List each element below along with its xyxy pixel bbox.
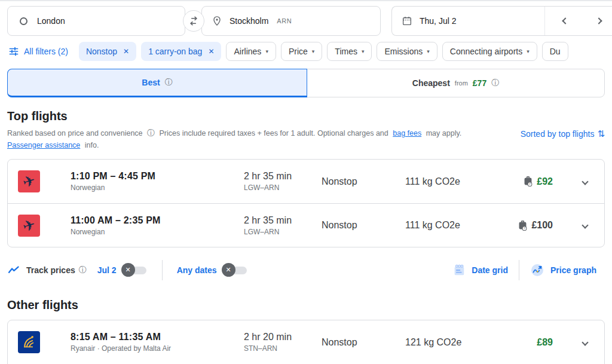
ryanair-harp-icon xyxy=(21,334,37,350)
filter-dropdown-duration-truncated[interactable]: Du xyxy=(542,42,568,61)
info-icon[interactable]: ⓘ xyxy=(79,265,87,276)
may-apply-note: may apply. xyxy=(426,129,462,137)
norwegian-airline-logo: ✈ xyxy=(18,170,40,192)
price-graph-button[interactable]: Price graph xyxy=(522,263,605,277)
next-date-button[interactable] xyxy=(586,7,612,35)
prices-note: Prices include required taxes + fees for… xyxy=(160,129,388,137)
result-tabs: Best ⓘ Cheapest from £77 ⓘ xyxy=(7,69,605,97)
tab-cheapest-label: Cheapest xyxy=(412,78,450,88)
filter-chip-nonstop[interactable]: Nonstop ✕ xyxy=(79,42,136,61)
flight-emissions: 111 kg CO2e xyxy=(405,220,516,231)
chevron-down-icon xyxy=(582,222,588,228)
flight-price-cell: ? £92 xyxy=(516,176,566,187)
sort-button[interactable]: Sorted by top flights ⇅ xyxy=(521,129,605,139)
flight-route: LGW–ARN xyxy=(244,183,322,192)
destination-value: Stockholm xyxy=(230,16,268,26)
plane-icon: ✈ xyxy=(21,216,38,234)
flight-row[interactable]: ✈ 1:10 PM – 4:45 PM Norwegian 2 hr 35 mi… xyxy=(8,160,604,203)
location-pin-icon xyxy=(212,16,222,26)
all-filters-button[interactable]: All filters (2) xyxy=(8,46,68,57)
chevron-down-icon xyxy=(582,178,588,185)
chevron-left-icon xyxy=(562,17,568,24)
caret-down-icon: ▾ xyxy=(427,48,430,54)
origin-circle-icon xyxy=(20,17,27,25)
norwegian-airline-logo: ✈ xyxy=(18,215,40,237)
filter-dropdown-times[interactable]: Times ▾ xyxy=(327,42,372,61)
destination-field[interactable]: Stockholm ARN xyxy=(201,6,381,36)
info-icon[interactable]: ⓘ xyxy=(147,129,155,137)
close-icon[interactable]: ✕ xyxy=(123,47,129,56)
flight-duration: 2 hr 35 min xyxy=(244,215,322,226)
flight-stops: Nonstop xyxy=(322,220,405,231)
chevron-down-icon xyxy=(582,339,588,345)
other-flights-header: Other flights xyxy=(7,298,605,312)
chip-label: Du xyxy=(550,47,561,56)
baggage-fee-icon[interactable]: ? xyxy=(518,220,528,231)
flight-times-cell: 8:15 AM – 11:35 AM Ryanair · Operated by… xyxy=(71,332,244,353)
track-date-toggle-label[interactable]: Jul 2 xyxy=(97,265,117,275)
page-top-divider xyxy=(0,0,612,1)
expand-flight-button[interactable] xyxy=(566,223,604,228)
price-trend-icon xyxy=(7,264,20,276)
flight-row[interactable]: 8:15 AM – 11:35 AM Ryanair · Operated by… xyxy=(8,320,604,364)
swap-origin-destination-button[interactable] xyxy=(183,10,204,32)
flight-price: £89 xyxy=(537,337,553,348)
filter-dropdown-airlines[interactable]: Airlines ▾ xyxy=(226,42,276,61)
flight-times: 8:15 AM – 11:35 AM xyxy=(71,332,244,342)
info-icon[interactable]: ⓘ xyxy=(165,77,173,88)
flight-duration: 2 hr 20 min xyxy=(244,332,322,342)
filter-dropdown-price[interactable]: Price ▾ xyxy=(281,42,322,61)
flight-price: £92 xyxy=(537,176,553,187)
filters-bar: All filters (2) Nonstop ✕ 1 carry-on bag… xyxy=(0,42,612,61)
baggage-fee-icon[interactable]: ? xyxy=(523,176,533,187)
expand-flight-button[interactable] xyxy=(566,340,604,345)
passenger-assistance-link[interactable]: Passenger assistance xyxy=(7,141,80,149)
origin-field[interactable]: London xyxy=(7,6,185,36)
info-icon[interactable]: ⓘ xyxy=(491,78,499,88)
filter-dropdown-emissions[interactable]: Emissions ▾ xyxy=(377,42,437,61)
chevron-right-icon xyxy=(595,17,602,24)
question-badge: ? xyxy=(524,227,525,230)
all-filters-label: All filters (2) xyxy=(24,47,68,56)
swap-icon xyxy=(188,15,200,27)
other-flights-card: 8:15 AM – 11:35 AM Ryanair · Operated by… xyxy=(7,320,605,364)
track-date-toggle[interactable]: ✕ xyxy=(121,263,148,277)
caret-down-icon: ▾ xyxy=(312,48,315,54)
flight-times: 1:10 PM – 4:45 PM xyxy=(71,171,244,182)
caret-down-icon: ▾ xyxy=(527,48,530,54)
close-icon[interactable]: ✕ xyxy=(208,47,214,56)
date-grid-label: Date grid xyxy=(472,265,508,275)
flight-airline: Ryanair · Operated by Malta Air xyxy=(71,344,244,353)
section-title: Other flights xyxy=(7,298,605,312)
tab-cheapest-from: from xyxy=(455,79,468,87)
flight-times-cell: 11:00 AM – 2:35 PM Norwegian xyxy=(71,215,244,236)
date-nav-divider xyxy=(544,7,545,35)
tab-cheapest[interactable]: Cheapest from £77 ⓘ xyxy=(307,69,604,97)
previous-date-button[interactable] xyxy=(552,7,579,35)
flight-airline: Norwegian xyxy=(71,228,244,236)
flight-row[interactable]: ✈ 11:00 AM – 2:35 PM Norwegian 2 hr 35 m… xyxy=(8,203,604,247)
view-tools: Date grid Price graph xyxy=(444,258,605,282)
top-flights-header: Top flights Ranked based on price and co… xyxy=(7,109,605,151)
chip-label: Airlines xyxy=(234,47,261,56)
sort-arrows-icon: ⇅ xyxy=(597,129,605,139)
filter-dropdown-connecting-airports[interactable]: Connecting airports ▾ xyxy=(442,42,537,61)
date-grid-button[interactable]: Date grid xyxy=(444,264,516,277)
track-any-dates-toggle-label[interactable]: Any dates xyxy=(177,265,217,275)
date-field[interactable]: Thu, Jul 2 xyxy=(391,6,612,36)
date-value: Thu, Jul 2 xyxy=(420,16,456,26)
flight-duration: 2 hr 35 min xyxy=(244,171,322,182)
section-subtitle: Ranked based on price and convenience ⓘ … xyxy=(7,127,485,151)
top-flights-card: ✈ 1:10 PM – 4:45 PM Norwegian 2 hr 35 mi… xyxy=(7,159,605,247)
caret-down-icon: ▾ xyxy=(362,48,365,54)
flight-price-cell: ? £100 xyxy=(516,220,566,231)
bag-fees-link[interactable]: bag fees xyxy=(393,129,421,137)
tab-cheapest-price: £77 xyxy=(473,78,486,88)
sort-label: Sorted by top flights xyxy=(521,129,595,139)
flight-emissions: 111 kg CO2e xyxy=(405,176,516,187)
expand-flight-button[interactable] xyxy=(566,179,604,184)
tab-best[interactable]: Best ⓘ xyxy=(7,69,307,97)
question-badge: ? xyxy=(529,182,531,186)
filter-chip-carry-on-bag[interactable]: 1 carry-on bag ✕ xyxy=(141,42,221,61)
track-any-dates-toggle[interactable]: ✕ xyxy=(222,263,248,277)
